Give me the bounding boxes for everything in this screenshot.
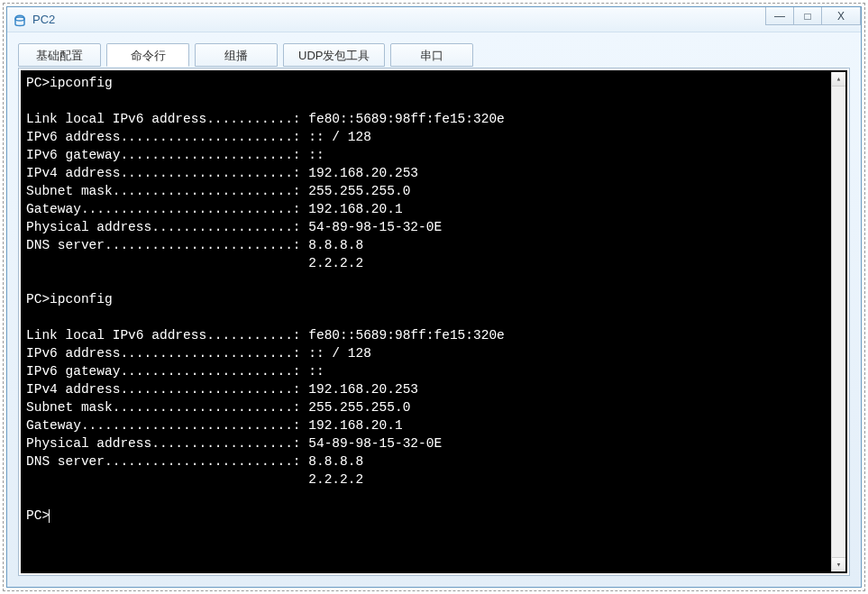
client-area: 基础配置 命令行 组播 UDP发包工具 串口 PC>ipconfig Link … (7, 32, 861, 587)
window-controls: — □ X (765, 7, 861, 25)
terminal[interactable]: PC>ipconfig Link local IPv6 address.....… (21, 70, 847, 573)
tab-udp-tool[interactable]: UDP发包工具 (283, 43, 385, 67)
close-button[interactable]: X (821, 7, 861, 25)
window-title: PC2 (32, 13, 765, 26)
tab-multicast[interactable]: 组播 (195, 43, 278, 67)
terminal-scrollbar[interactable]: ▴ ▾ (831, 72, 845, 571)
minimize-button[interactable]: — (765, 7, 794, 25)
scroll-down-icon[interactable]: ▾ (832, 557, 845, 571)
terminal-output: PC>ipconfig Link local IPv6 address.....… (26, 74, 831, 568)
terminal-container: PC>ipconfig Link local IPv6 address.....… (18, 69, 850, 576)
tab-serial[interactable]: 串口 (390, 43, 473, 67)
tab-command-line[interactable]: 命令行 (106, 43, 189, 67)
app-icon (13, 13, 27, 27)
tab-basic-config[interactable]: 基础配置 (18, 43, 101, 67)
maximize-button[interactable]: □ (793, 7, 822, 25)
main-panel: 基础配置 命令行 组播 UDP发包工具 串口 PC>ipconfig Link … (18, 43, 850, 576)
outer-bounds: PC2 — □ X 基础配置 命令行 组播 UDP发包工具 串口 PC (3, 3, 865, 591)
terminal-prompt: PC> (26, 508, 50, 523)
app-window: PC2 — □ X 基础配置 命令行 组播 UDP发包工具 串口 PC (6, 6, 862, 588)
titlebar[interactable]: PC2 — □ X (7, 7, 861, 32)
svg-point-0 (15, 17, 24, 21)
scroll-up-icon[interactable]: ▴ (832, 72, 845, 87)
tabstrip: 基础配置 命令行 组播 UDP发包工具 串口 (18, 43, 850, 69)
terminal-cursor (49, 509, 50, 523)
